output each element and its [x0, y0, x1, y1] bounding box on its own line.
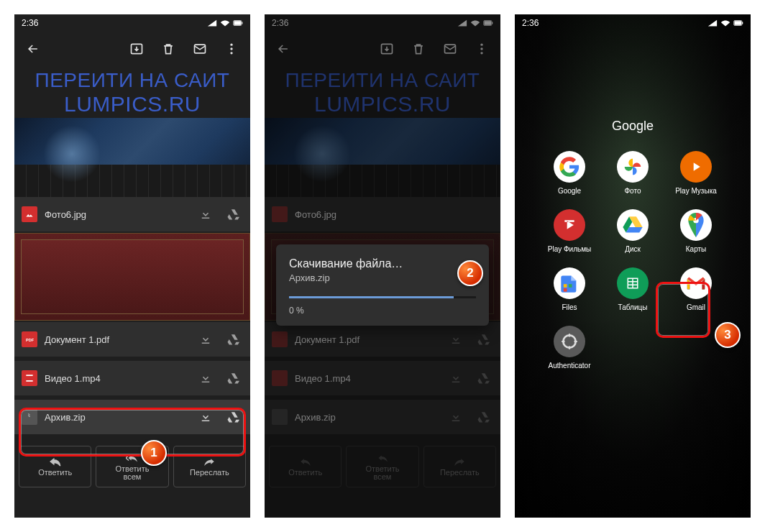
drive-icon[interactable]: [223, 329, 243, 349]
play-films-icon: [554, 209, 585, 241]
authenticator-icon: [554, 326, 585, 357]
reply-label: Ответить: [38, 468, 72, 477]
download-dialog: Скачивание файла… Архив.zip 0 %: [276, 244, 489, 326]
app-label: Files: [562, 303, 577, 311]
sheets-icon: [617, 267, 649, 299]
download-icon[interactable]: [196, 204, 216, 224]
download-icon[interactable]: [196, 329, 216, 349]
attachment-video[interactable]: Видео 1.mp4: [14, 361, 250, 395]
zip-file-icon: [22, 409, 37, 425]
app-files[interactable]: Files: [544, 267, 595, 311]
app-sheets[interactable]: Таблицы: [607, 267, 659, 311]
files-icon: [554, 267, 585, 299]
photos-icon: [617, 151, 649, 183]
attachment-archive[interactable]: Архив.zip: [14, 400, 250, 434]
drive-icon[interactable]: [223, 204, 243, 224]
svg-rect-2: [242, 22, 242, 24]
folder-title: Google: [515, 119, 751, 134]
image-attachment-preview[interactable]: [14, 118, 250, 197]
svg-rect-22: [734, 21, 741, 25]
app-maps[interactable]: Карты: [670, 209, 722, 253]
progress-percent: 0 %: [289, 306, 476, 316]
reply-all-label-l2: всем: [124, 472, 142, 481]
svg-rect-25: [564, 284, 567, 288]
email-body: ПЕРЕИТИ НА САИТ LUMPICS.RU Фото6.jpg PDF…: [14, 66, 250, 518]
drive-icon: [617, 209, 649, 241]
callout-badge-1: 1: [141, 440, 167, 466]
image-file-icon: [22, 206, 37, 222]
app-label: Диск: [625, 245, 641, 253]
dialog-filename: Архив.zip: [289, 272, 476, 283]
app-grid: Google Фото Play Музыка Play Фильмы Диск: [544, 151, 722, 370]
gmail-icon: [680, 267, 712, 299]
app-label: Play Музыка: [675, 187, 717, 195]
svg-point-7: [230, 52, 232, 54]
google-icon: [554, 151, 585, 183]
pdf-file-icon: PDF: [22, 331, 37, 347]
svg-rect-26: [569, 284, 572, 288]
svg-rect-12: [29, 416, 29, 417]
app-label: Фото: [625, 187, 641, 195]
progress-bar: [289, 296, 476, 298]
callout-badge-3: 3: [715, 322, 741, 348]
file-name: Фото6.jpg: [45, 209, 188, 220]
app-play-music[interactable]: Play Музыка: [670, 151, 722, 195]
svg-point-5: [230, 44, 232, 46]
screenshot-3: 2:36 Google Google Фото Play Музыка: [515, 14, 751, 518]
app-gmail[interactable]: Gmail: [670, 267, 722, 311]
forward-button[interactable]: Переслать: [173, 446, 246, 487]
app-label: Google: [558, 187, 581, 195]
play-music-icon: [680, 151, 712, 183]
app-label: Authenticator: [549, 362, 591, 370]
status-icons: [207, 19, 243, 27]
forward-label: Переслать: [190, 468, 229, 477]
svg-rect-1: [234, 21, 241, 25]
app-photos[interactable]: Фото: [607, 151, 659, 195]
status-bar: 2:36: [515, 14, 751, 32]
file-name: Видео 1.mp4: [45, 373, 188, 384]
drive-icon[interactable]: [223, 407, 243, 427]
app-authenticator[interactable]: Authenticator: [544, 326, 595, 370]
reply-button[interactable]: Ответить: [19, 446, 91, 487]
link-line2[interactable]: LUMPICS.RU: [14, 93, 250, 118]
app-google[interactable]: Google: [544, 151, 595, 195]
link-line1[interactable]: ПЕРЕИТИ НА САИТ: [14, 66, 250, 93]
toolbar: [14, 32, 250, 66]
screenshot-2: 2:36 ПЕРЕИТИ НА САИТ LUMPICS.RU Фото6.jp…: [265, 14, 500, 518]
status-icons: [707, 19, 743, 27]
file-name: Архив.zip: [45, 412, 188, 423]
back-icon[interactable]: [20, 36, 46, 62]
svg-rect-23: [742, 22, 743, 24]
pdf-preview[interactable]: [14, 233, 250, 321]
delete-icon[interactable]: [155, 36, 181, 62]
svg-rect-10: [29, 415, 29, 416]
app-play-films[interactable]: Play Фильмы: [544, 209, 595, 253]
drive-icon[interactable]: [223, 368, 243, 388]
download-icon[interactable]: [196, 407, 216, 427]
file-name: Документ 1.pdf: [45, 334, 188, 345]
screenshot-1: 2:36 ПЕРЕИТИ НА САИТ LUMPICS.RU: [14, 14, 250, 518]
callout-badge-2: 2: [457, 260, 483, 286]
svg-rect-9: [28, 413, 29, 414]
attachment-photo[interactable]: Фото6.jpg: [14, 197, 250, 231]
svg-rect-27: [564, 288, 567, 292]
app-label: Gmail: [687, 303, 705, 311]
dialog-title: Скачивание файла…: [289, 257, 476, 270]
reply-bar: Ответить Ответить всем Переслать: [14, 441, 250, 492]
app-label: Таблицы: [618, 303, 648, 311]
status-time: 2:36: [522, 18, 539, 28]
more-icon[interactable]: [219, 36, 244, 62]
svg-text:PDF: PDF: [26, 338, 34, 342]
app-label: Play Фильмы: [548, 245, 592, 253]
archive-icon[interactable]: [124, 36, 150, 62]
maps-icon: [680, 209, 712, 241]
app-label: Карты: [686, 245, 707, 253]
svg-rect-11: [28, 416, 29, 416]
app-drive[interactable]: Диск: [607, 209, 659, 253]
status-time: 2:36: [22, 18, 38, 28]
mail-icon[interactable]: [187, 36, 213, 62]
attachment-document[interactable]: PDF Документ 1.pdf: [14, 322, 250, 357]
svg-point-29: [563, 335, 575, 347]
download-icon[interactable]: [196, 368, 216, 388]
video-file-icon: [22, 370, 37, 386]
